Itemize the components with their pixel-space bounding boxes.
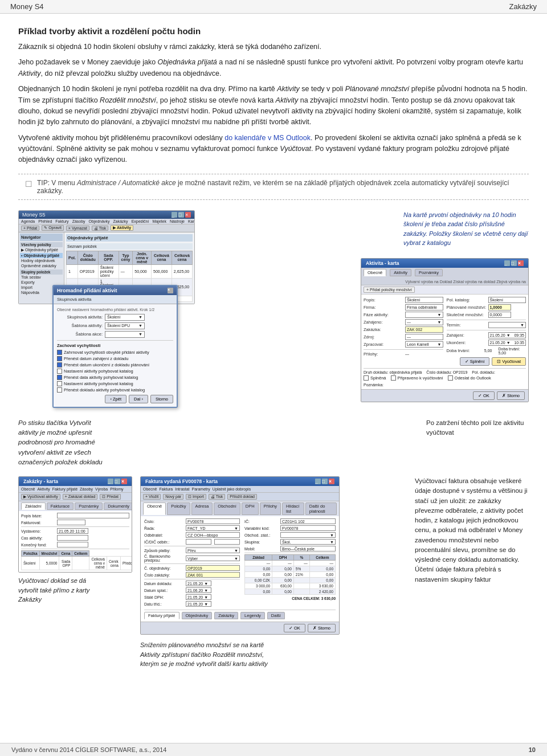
skupinova-input[interactable]: Školení ▼ xyxy=(105,314,145,321)
tab-fakturace[interactable]: Fakturace xyxy=(47,502,74,510)
tab-zaklad[interactable]: Základní xyxy=(21,502,46,510)
fak-datum[interactable]: 21.05.20 ▼ xyxy=(186,581,211,586)
chk-v3[interactable] xyxy=(448,375,453,381)
ftab-adresa[interactable]: Adresa xyxy=(191,502,213,515)
fak-close[interactable]: × xyxy=(329,479,334,484)
act-max[interactable]: □ xyxy=(511,260,517,266)
btn-ok[interactable]: ✓ OK xyxy=(473,391,495,400)
tb-opravit[interactable]: ✎ Opravit xyxy=(42,225,64,231)
ftab-bot-zakazy[interactable]: Zakázky xyxy=(214,612,238,619)
fak-mobil[interactable]: Brno—Česká pole xyxy=(280,546,336,551)
ukonceni-date[interactable]: 21.05.20 ▼10:35 xyxy=(488,340,526,346)
fak-platba[interactable]: Přev.▼ xyxy=(186,547,240,553)
fak-dattrida[interactable]: 21.05.20 ▼ xyxy=(186,601,211,607)
btn-rozdelit[interactable]: ⊡ Vyúčtovat xyxy=(492,357,526,366)
tab-aktivity[interactable]: Aktivity xyxy=(390,269,411,276)
act-min[interactable]: _ xyxy=(504,260,510,266)
vystaveno-date[interactable]: 21.05.20 11:00 xyxy=(57,528,88,534)
sidebar-opravnene[interactable]: Oprávněné zakázky xyxy=(20,263,63,268)
btn-zpet[interactable]: ‹ Zpět xyxy=(105,395,126,403)
popis-baze[interactable] xyxy=(57,513,129,518)
tab-obecne[interactable]: Obecně xyxy=(364,269,386,276)
fak-skupina[interactable]: Škol.▼ xyxy=(280,539,336,545)
ftab-bot-obecne[interactable]: Faktury přijaté xyxy=(144,612,179,619)
fak-tb-import[interactable]: ⊡ Import xyxy=(186,494,206,500)
ftab-hlist[interactable]: Hlídací list xyxy=(282,502,304,515)
tb-vymazat[interactable]: × Vymazat xyxy=(66,226,89,231)
zakazka-field[interactable]: ZAK 002 xyxy=(405,326,443,333)
chk-v1[interactable] xyxy=(364,375,369,381)
dialog-close[interactable]: × xyxy=(168,288,173,293)
win-minimize[interactable]: _ xyxy=(172,212,177,218)
chk-datum[interactable] xyxy=(57,356,62,361)
fak-dic[interactable] xyxy=(214,539,240,545)
fak-varkod[interactable]: FV00078 xyxy=(280,525,336,531)
fak-tb-prilohy[interactable]: Přiložit doklad xyxy=(227,494,257,500)
ftab-bot-dalsi[interactable]: Další xyxy=(267,612,285,619)
chk-planovani[interactable] xyxy=(57,350,62,355)
fak-tb-polozky[interactable]: Nový pár xyxy=(163,494,183,500)
faze-field[interactable]: ▼ xyxy=(405,312,443,318)
win-maximize[interactable]: □ xyxy=(178,212,184,218)
zdroj-field[interactable]: — xyxy=(405,334,443,340)
btn-storno2[interactable]: ✗ Storno xyxy=(497,391,525,400)
chk-ukonceni[interactable] xyxy=(57,362,62,367)
btn-dal[interactable]: Dal › xyxy=(129,395,148,403)
sidebar-hodiny[interactable]: Hodiny objednávek xyxy=(20,258,63,263)
zak-min[interactable]: _ xyxy=(108,479,113,484)
sidebar-tisk[interactable]: Tisk sestav xyxy=(20,275,63,280)
fak-bankpredpis[interactable]: Výber▼ xyxy=(186,555,240,561)
fak-objednavka[interactable]: OP2019 xyxy=(186,565,240,571)
sablona-input[interactable]: Školení DPU ▼ xyxy=(105,322,145,329)
chk-polozky[interactable] xyxy=(57,369,62,374)
polozka-field[interactable]: Školení xyxy=(488,297,526,303)
tb-aktivity[interactable]: ▶ Aktivity xyxy=(111,225,133,231)
btn-splnit[interactable]: ✓ Splnění xyxy=(460,357,490,366)
chk-extra[interactable] xyxy=(57,387,62,393)
sidebar-exporty[interactable]: Exporty xyxy=(20,280,63,285)
zak-close[interactable]: × xyxy=(121,479,127,484)
fak-cislo[interactable]: FV00078 xyxy=(186,518,240,524)
fak-max[interactable]: □ xyxy=(322,479,328,484)
tab-poznamky[interactable]: Poznámky xyxy=(415,269,443,276)
konecny-fond[interactable] xyxy=(57,542,88,547)
act-close[interactable]: × xyxy=(518,260,524,266)
ftab-obc[interactable]: Obchodní xyxy=(214,502,240,515)
fak-btn-storno[interactable]: ✗ Storno xyxy=(308,624,336,632)
zak-max[interactable]: □ xyxy=(115,479,120,484)
chk-zbyvajici[interactable] xyxy=(57,375,62,380)
sidebar-objednávky[interactable]: ▶ Objednávky přijaté xyxy=(20,247,63,253)
chk-mnozstvi[interactable] xyxy=(57,381,62,386)
tab-poznamky2[interactable]: Poznámky xyxy=(75,502,103,510)
fak-tb-tisk[interactable]: 🖨 Tisk xyxy=(209,494,225,500)
btn-pridat-polozky[interactable]: + Přidat položky množství xyxy=(364,287,415,293)
fak-btn-ok[interactable]: ✓ OK xyxy=(284,624,305,632)
fak-min[interactable]: _ xyxy=(315,479,321,484)
fak-ic2[interactable]: CZ01H1 102 xyxy=(280,518,336,524)
zpracoval-field[interactable]: Leon Kainell▼ xyxy=(405,341,443,348)
sidebar-prijate[interactable]: • Objednávky přijaté xyxy=(20,253,63,258)
ftab-obecne[interactable]: Obecně xyxy=(143,502,166,515)
zak-tb2[interactable]: + Zakázat doklad xyxy=(63,494,98,500)
fak-dph-dat[interactable]: 21.05.20 ▼ xyxy=(186,594,211,600)
win-close[interactable]: × xyxy=(185,212,191,218)
ftab-bot-objednavky[interactable]: Objednávky xyxy=(182,612,213,619)
termin-field[interactable]: ▼ xyxy=(488,322,526,328)
zak-tb3[interactable]: ⊡ Předat xyxy=(100,494,121,500)
fak-tb-pridat[interactable]: + Vložit xyxy=(143,494,161,500)
ftab-dalsi[interactable]: Další do platnosti xyxy=(305,502,337,515)
btn-storno[interactable]: Storno xyxy=(150,395,173,403)
ftab-polozky[interactable]: Položky xyxy=(167,502,190,515)
zahajeno-field[interactable]: —▼ xyxy=(405,319,443,325)
zak-tb1[interactable]: ▶ Vyúčtovat aktivity xyxy=(21,494,60,500)
fak-obchzast[interactable]: ▼ xyxy=(280,532,336,538)
fak-odberatel[interactable]: CZ OOH—bbspo xyxy=(186,532,240,538)
tab-dokum[interactable]: Dokumenty xyxy=(104,502,132,510)
fak-rada[interactable]: FACT_YD▼ xyxy=(186,525,240,531)
skutecne-field[interactable]: 0,0000 xyxy=(488,312,511,318)
firma-field[interactable]: Firma odběratele xyxy=(405,304,443,310)
tb-tisk[interactable]: 🖨 Tisk xyxy=(92,226,108,231)
fak-splat[interactable]: 21.06.20 ▼ xyxy=(186,587,211,593)
fak-zakazka[interactable]: ZAK 001 xyxy=(186,572,240,578)
tb-pridat[interactable]: + Přidat xyxy=(21,226,39,231)
